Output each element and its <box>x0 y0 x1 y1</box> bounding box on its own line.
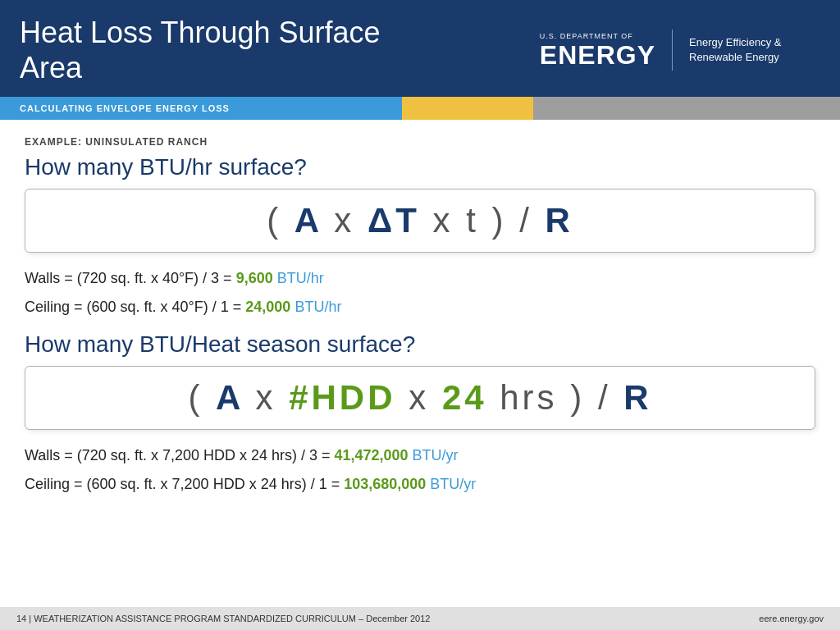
subheader-label-area: CALCULATING ENVELOPE ENERGY LOSS <box>0 97 402 120</box>
formula1-text: ( A x ΔT x t ) / R <box>42 201 798 240</box>
page-title: Heat Loss Through Surface Area <box>20 15 381 85</box>
doe-energy-text: ENERGY <box>540 42 655 68</box>
question1-heading: How many BTU/hr surface? <box>25 154 815 180</box>
page-footer: 14 | WEATHERIZATION ASSISTANCE PROGRAM S… <box>0 607 840 630</box>
ee-re-text: Energy Efficiency & Renewable Energy <box>689 35 820 65</box>
formula1-box: ( A x ΔT x t ) / R <box>25 189 815 253</box>
main-content: EXAMPLE: UNINSULATED RANCH How many BTU/… <box>0 120 840 510</box>
subheader-gray-area <box>533 97 840 120</box>
footer-left-text: 14 | WEATHERIZATION ASSISTANCE PROGRAM S… <box>16 614 430 623</box>
example-label: EXAMPLE: UNINSULATED RANCH <box>25 136 815 148</box>
page-header: Heat Loss Through Surface Area U.S. DEPA… <box>0 0 840 97</box>
doe-logo: U.S. DEPARTMENT OF ENERGY <box>540 32 655 68</box>
subheader-bar: CALCULATING ENVELOPE ENERGY LOSS <box>0 97 840 120</box>
walls1-line: Walls = (720 sq. ft. x 40°F) / 3 = 9,600… <box>25 267 815 290</box>
question2-heading: How many BTU/Heat season surface? <box>25 331 815 358</box>
logo-divider <box>672 30 673 71</box>
walls2-line: Walls = (720 sq. ft. x 7,200 HDD x 24 hr… <box>25 445 815 467</box>
doe-dept-text: U.S. DEPARTMENT OF <box>540 32 633 40</box>
header-logo: U.S. DEPARTMENT OF ENERGY Energy Efficie… <box>540 30 820 71</box>
subheader-label: CALCULATING ENVELOPE ENERGY LOSS <box>20 103 230 113</box>
ceiling1-line: Ceiling = (600 sq. ft. x 40°F) / 1 = 24,… <box>25 296 815 318</box>
formula2-box: ( A x #HDD x 24 hrs ) / R <box>25 366 815 430</box>
ceiling2-line: Ceiling = (600 sq. ft. x 7,200 HDD x 24 … <box>25 473 815 495</box>
subheader-yellow-accent <box>402 97 533 120</box>
footer-right-text: eere.energy.gov <box>759 614 824 623</box>
formula2-text: ( A x #HDD x 24 hrs ) / R <box>42 378 798 418</box>
